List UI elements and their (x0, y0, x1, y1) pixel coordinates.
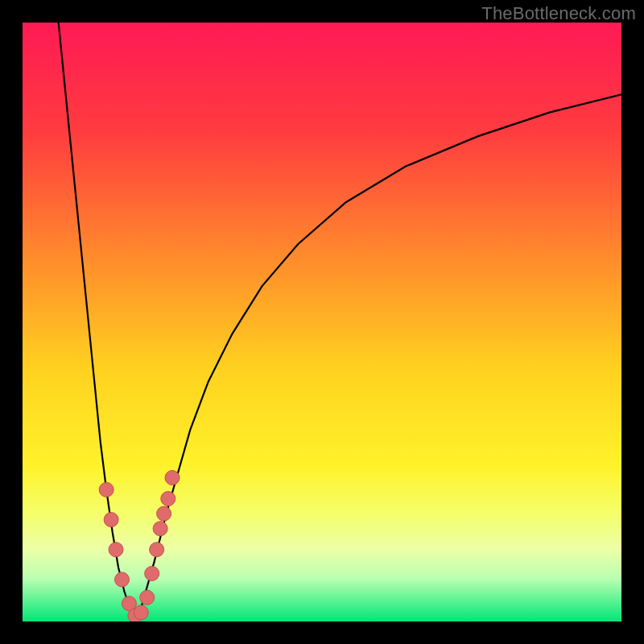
marker-point (115, 572, 130, 587)
plot-area (23, 23, 621, 621)
marker-point (165, 470, 180, 485)
marker-point (145, 566, 159, 580)
marker-point (157, 506, 171, 521)
marker-point (140, 590, 155, 605)
marker-point (104, 513, 118, 527)
outer-frame: TheBottleneck.com (0, 0, 644, 644)
chart-svg (23, 23, 621, 621)
watermark-text: TheBottleneck.com (481, 3, 636, 24)
marker-point (134, 605, 148, 620)
marker-point (161, 491, 175, 506)
marker-point (99, 482, 114, 497)
marker-point (150, 543, 164, 557)
marker-point (109, 543, 123, 557)
marker-point (153, 522, 167, 536)
